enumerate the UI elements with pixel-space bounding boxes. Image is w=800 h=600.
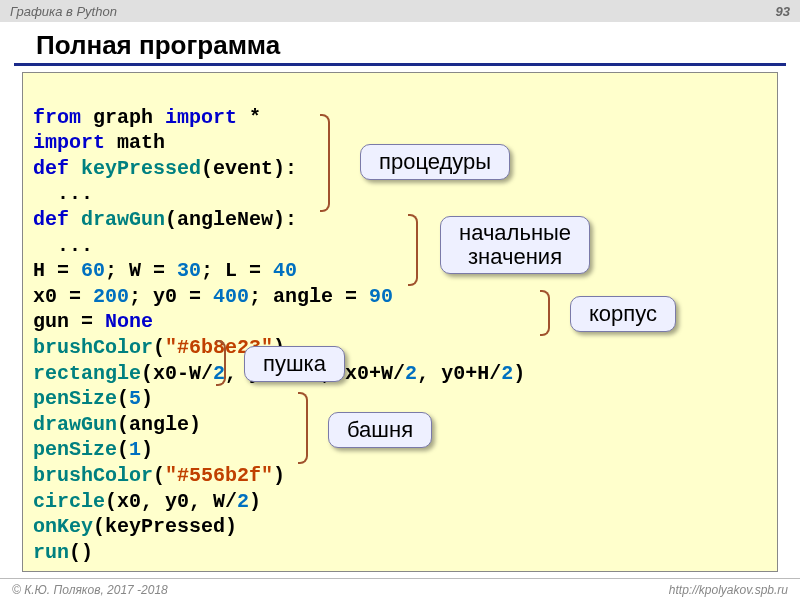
l18a: () — [69, 541, 93, 564]
l11p1: (x0-W/ — [141, 362, 213, 385]
star: * — [249, 106, 261, 129]
callout-tower: башня — [328, 412, 432, 448]
l16p2: ) — [249, 490, 261, 513]
l15p1: ( — [153, 464, 165, 487]
l15s: "#556b2f" — [165, 464, 273, 487]
callout-initial: начальные значения — [440, 216, 590, 274]
args1: (event): — [201, 157, 297, 180]
l11p5: ) — [513, 362, 525, 385]
l11p4: , y0+H/ — [417, 362, 501, 385]
brace-body — [540, 290, 550, 336]
fn-keypressed: keyPressed — [81, 157, 201, 180]
kw-import: import — [165, 106, 237, 129]
mod-graph: graph — [93, 106, 153, 129]
l7n1: 60 — [81, 259, 105, 282]
l8a: x0 = — [33, 285, 93, 308]
brace-procedures — [320, 114, 330, 212]
fn-drawgun-def: drawGun — [81, 208, 165, 231]
l12n: 5 — [129, 387, 141, 410]
l10p1: ( — [153, 336, 165, 359]
fn-run: run — [33, 541, 69, 564]
l8n2: 400 — [213, 285, 249, 308]
fn-pensize2: penSize — [33, 438, 117, 461]
l7n3: 40 — [273, 259, 297, 282]
l17a: (keyPressed) — [93, 515, 237, 538]
l7n2: 30 — [177, 259, 201, 282]
l8n1: 200 — [93, 285, 129, 308]
page-number: 93 — [776, 4, 790, 19]
fn-pensize1: penSize — [33, 387, 117, 410]
none: None — [105, 310, 153, 333]
brace-initial — [408, 214, 418, 286]
brace-gun — [216, 340, 226, 386]
l7c: ; L = — [201, 259, 273, 282]
header-bar: Графика в Python 93 — [0, 0, 800, 22]
l8n3: 90 — [369, 285, 393, 308]
fn-rectangle: rectangle — [33, 362, 141, 385]
fn-brushcolor1: brushColor — [33, 336, 153, 359]
ellipsis1: ... — [33, 182, 93, 205]
fn-onkey: onKey — [33, 515, 93, 538]
l15p2: ) — [273, 464, 285, 487]
args2: (angleNew): — [165, 208, 297, 231]
l11n3: 2 — [405, 362, 417, 385]
callout-procedures: процедуры — [360, 144, 510, 180]
l13a: (angle) — [117, 413, 201, 436]
mod-math: math — [117, 131, 165, 154]
footer: © К.Ю. Поляков, 2017 -2018 http://kpolya… — [0, 578, 800, 600]
l9a: gun = — [33, 310, 105, 333]
kw-from: from — [33, 106, 81, 129]
l16n: 2 — [237, 490, 249, 513]
l12p2: ) — [141, 387, 153, 410]
callout-gun: пушка — [244, 346, 345, 382]
l8c: ; angle = — [249, 285, 369, 308]
slide-title: Полная программа — [14, 22, 786, 66]
l14p1: ( — [117, 438, 129, 461]
kw-def2: def — [33, 208, 69, 231]
fn-brushcolor2: brushColor — [33, 464, 153, 487]
brace-tower — [298, 392, 308, 464]
l7b: ; W = — [105, 259, 177, 282]
l8b: ; y0 = — [129, 285, 213, 308]
ellipsis2: ... — [33, 234, 93, 257]
l14p2: ) — [141, 438, 153, 461]
copyright: © К.Ю. Поляков, 2017 -2018 — [12, 583, 168, 597]
l7a: H = — [33, 259, 81, 282]
l14n: 1 — [129, 438, 141, 461]
footer-url: http://kpolyakov.spb.ru — [669, 583, 788, 597]
header-left: Графика в Python — [10, 4, 117, 19]
fn-drawgun: drawGun — [33, 413, 117, 436]
l11n4: 2 — [501, 362, 513, 385]
kw-import2: import — [33, 131, 105, 154]
callout-body: корпус — [570, 296, 676, 332]
kw-def1: def — [33, 157, 69, 180]
l16p1: (x0, y0, W/ — [105, 490, 237, 513]
l12p1: ( — [117, 387, 129, 410]
fn-circle: circle — [33, 490, 105, 513]
